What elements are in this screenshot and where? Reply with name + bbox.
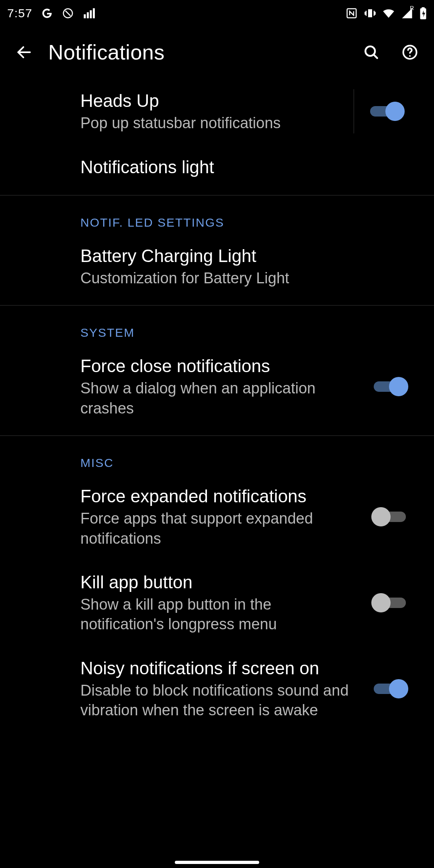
category-label: SYSTEM (80, 326, 135, 339)
row-title: Noisy notifications if screen on (80, 657, 352, 679)
back-button[interactable] (10, 38, 39, 67)
cell-signal-icon: R (401, 7, 413, 19)
row-force-close-notifications[interactable]: Force close notifications Show a dialog … (0, 344, 434, 430)
app-bar: Notifications (0, 27, 434, 78)
nfc-icon (346, 7, 358, 19)
status-bar: 7:57 R (0, 0, 434, 27)
switch-kill-app[interactable] (371, 592, 408, 613)
row-title: Force close notifications (80, 355, 352, 377)
dnd-icon (62, 7, 74, 19)
row-title: Force expanded notifications (80, 485, 352, 507)
divider (0, 305, 434, 306)
row-summary: Show a kill app button in the notificati… (80, 595, 352, 635)
svg-rect-4 (93, 8, 95, 18)
svg-rect-7 (422, 7, 425, 9)
row-heads-up[interactable]: Heads Up Pop up statusbar notifications (0, 78, 434, 145)
row-title: Notifications light (80, 156, 408, 178)
search-button[interactable] (357, 38, 386, 67)
category-system: SYSTEM (0, 311, 434, 344)
help-button[interactable] (395, 38, 424, 67)
category-misc: MISC (0, 442, 434, 474)
wifi-icon (383, 7, 395, 19)
row-summary: Show a dialog when an application crashe… (80, 379, 352, 418)
row-summary: Customization for Battery Light (80, 268, 408, 288)
category-label: MISC (80, 456, 114, 469)
row-force-expanded-notifications[interactable]: Force expanded notifications Force apps … (0, 474, 434, 560)
settings-list: Heads Up Pop up statusbar notifications … (0, 78, 434, 868)
search-icon (362, 43, 380, 61)
svg-point-10 (409, 55, 411, 57)
row-noisy-notifications[interactable]: Noisy notifications if screen on Disable… (0, 646, 434, 732)
vibrate-icon (364, 7, 376, 19)
row-title: Kill app button (80, 571, 352, 593)
row-summary: Pop up statusbar notifications (80, 113, 341, 133)
category-led: NOTIF. LED SETTINGS (0, 201, 434, 233)
divider (0, 195, 434, 196)
row-title: Heads Up (80, 90, 341, 112)
row-title: Battery Charging Light (80, 245, 408, 267)
page-title: Notifications (48, 40, 165, 64)
switch-force-close[interactable] (371, 376, 408, 397)
row-battery-charging-light[interactable]: Battery Charging Light Customization for… (0, 233, 434, 299)
divider (0, 435, 434, 436)
row-kill-app-button[interactable]: Kill app button Show a kill app button i… (0, 560, 434, 646)
category-label: NOTIF. LED SETTINGS (80, 216, 224, 229)
row-summary: Disable to block notifications sound and… (80, 681, 352, 721)
help-icon (401, 43, 419, 61)
status-time: 7:57 (7, 6, 32, 20)
google-icon (41, 7, 53, 19)
svg-rect-2 (87, 12, 89, 18)
row-summary: Force apps that support expanded notific… (80, 509, 352, 549)
switch-force-expanded[interactable] (371, 506, 408, 527)
svg-rect-3 (90, 10, 92, 18)
switch-heads-up[interactable] (368, 101, 405, 122)
switch-noisy[interactable] (371, 678, 408, 699)
svg-rect-1 (84, 14, 86, 18)
arrow-left-icon (15, 43, 33, 61)
battery-charging-icon (420, 7, 427, 19)
signal-icon (83, 7, 95, 19)
gesture-nav-pill[interactable] (175, 861, 259, 864)
row-notifications-light[interactable]: Notifications light (0, 145, 434, 189)
